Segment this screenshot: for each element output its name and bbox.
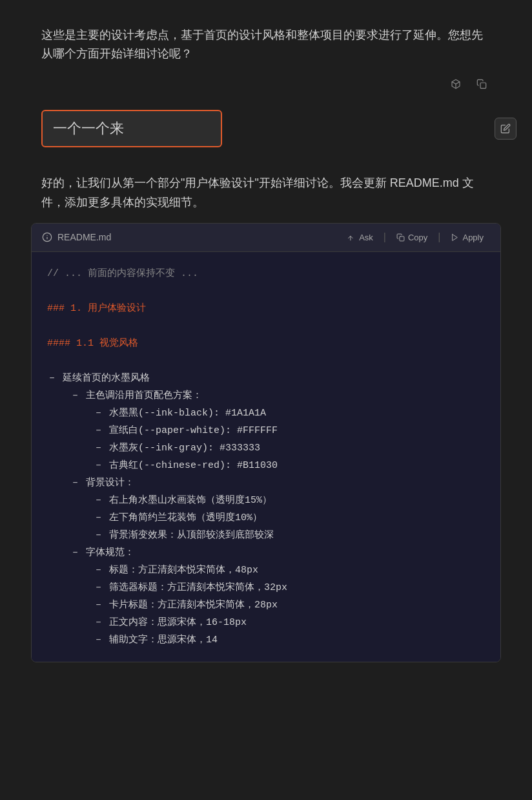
copy-icon	[396, 233, 405, 242]
cube-icon-button[interactable]	[447, 75, 465, 93]
code-line: － 主色调沿用首页配色方案：	[47, 387, 485, 405]
code-block: README.md Ask | Copy	[31, 223, 501, 662]
code-line: － 水墨灰(--ink-gray): #333333	[47, 439, 485, 457]
copy-message-icon	[476, 79, 487, 89]
edit-icon	[500, 123, 511, 134]
chat-input[interactable]	[41, 110, 222, 147]
code-line: // ... 前面的内容保持不变 ...	[47, 265, 485, 282]
apply-button[interactable]: Apply	[444, 230, 490, 245]
intro-message: 这些是主要的设计考虑点，基于首页的设计风格和整体项目的要求进行了延伸。您想先从哪…	[15, 13, 517, 70]
code-block-header: README.md Ask | Copy	[32, 224, 500, 252]
code-line: － 右上角水墨山水画装饰（透明度15%）	[47, 492, 485, 509]
cube-icon	[451, 79, 461, 89]
chat-container: 这些是主要的设计考虑点，基于首页的设计风格和整体项目的要求进行了延伸。您想先从哪…	[0, 0, 532, 686]
filename-area: README.md	[42, 232, 111, 242]
apply-label: Apply	[462, 233, 484, 242]
code-line: － 古典红(--chinese-red): #B11030	[47, 457, 485, 474]
code-line: － 背景设计：	[47, 474, 485, 492]
code-line	[47, 317, 485, 335]
code-line: #### 1.1 视觉风格	[47, 335, 485, 352]
divider1: |	[384, 231, 386, 243]
code-line: － 筛选器标题：方正清刻本悦宋简体，32px	[47, 579, 485, 596]
code-block-actions: Ask | Copy | Apply	[341, 230, 490, 245]
svg-rect-1	[480, 83, 486, 89]
ask-icon	[347, 233, 356, 242]
code-line: － 字体规范：	[47, 544, 485, 562]
code-line: － 卡片标题：方正清刻本悦宋简体，28px	[47, 596, 485, 614]
code-line	[47, 352, 485, 370]
divider2: |	[438, 231, 440, 243]
info-icon	[42, 232, 52, 242]
svg-rect-5	[400, 237, 404, 241]
filename-label: README.md	[57, 232, 111, 242]
code-line: － 宣纸白(--paper-white): #FFFFFF	[47, 422, 485, 439]
copy-label: Copy	[408, 233, 427, 242]
response-message: 好的，让我们从第一个部分"用户体验设计"开始详细讨论。我会更新 README.m…	[15, 160, 517, 223]
edit-button[interactable]	[495, 118, 517, 140]
code-line: － 辅助文字：思源宋体，14	[47, 631, 485, 649]
message-icons-row	[15, 70, 517, 103]
code-line: － 正文内容：思源宋体，16-18px	[47, 614, 485, 631]
code-content: // ... 前面的内容保持不变 ... ### 1. 用户体验设计 #### …	[32, 252, 500, 662]
ask-button[interactable]: Ask	[341, 230, 380, 245]
response-text: 好的，让我们从第一个部分"用户体验设计"开始详细讨论。我会更新 README.m…	[41, 176, 474, 209]
code-line	[47, 282, 485, 300]
code-line: － 水墨黑(--ink-black): #1A1A1A	[47, 405, 485, 422]
code-line: － 延续首页的水墨风格	[47, 370, 485, 387]
code-line: ### 1. 用户体验设计	[47, 300, 485, 317]
copy-message-button[interactable]	[473, 75, 491, 93]
code-line: － 背景渐变效果：从顶部较淡到底部较深	[47, 527, 485, 544]
copy-button[interactable]: Copy	[390, 230, 434, 245]
code-line: － 标题：方正清刻本悦宋简体，48px	[47, 562, 485, 579]
intro-text: 这些是主要的设计考虑点，基于首页的设计风格和整体项目的要求进行了延伸。您想先从哪…	[41, 28, 483, 60]
input-area	[41, 110, 491, 147]
svg-marker-6	[453, 234, 458, 240]
apply-icon	[451, 233, 459, 242]
code-line: － 左下角简约兰花装饰（透明度10%）	[47, 509, 485, 527]
ask-label: Ask	[359, 233, 373, 242]
